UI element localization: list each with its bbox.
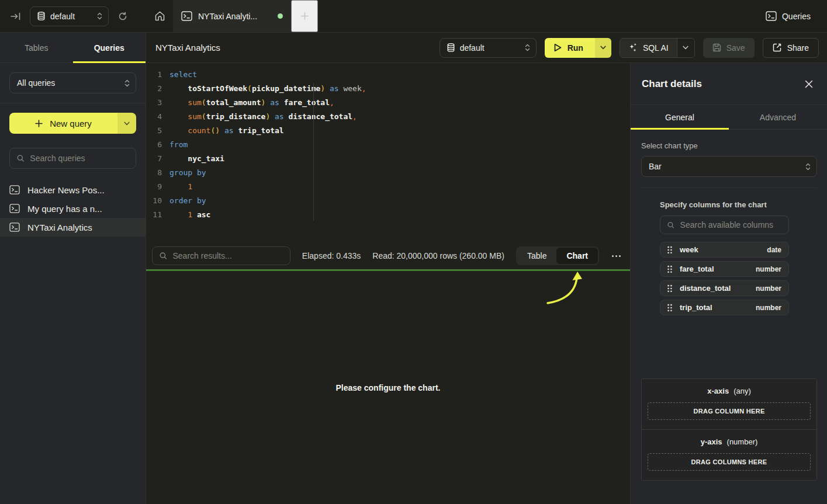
run-split-button: Run xyxy=(545,38,611,58)
save-label: Save xyxy=(726,43,745,53)
code-line: 9 1 xyxy=(146,180,630,194)
column-row[interactable]: distance_totalnumber xyxy=(660,280,789,296)
code-line: 1select xyxy=(146,68,630,82)
updown-chevron-icon xyxy=(124,79,130,87)
tab-general[interactable]: General xyxy=(631,105,729,129)
updown-chevron-icon xyxy=(97,12,102,20)
database-selector-value: default xyxy=(50,12,92,21)
query-search-input[interactable] xyxy=(30,154,129,163)
terminal-icon xyxy=(766,11,777,21)
database-selector[interactable]: default xyxy=(30,6,109,26)
query-list-item[interactable]: Hacker News Pos... xyxy=(0,180,146,199)
query-list-item[interactable]: NYTaxi Analytics xyxy=(0,218,146,237)
x-axis-label-row: x-axis (any) xyxy=(648,387,811,395)
chart-type-label: Select chart type xyxy=(641,141,817,150)
top-bar: default NYTaxi Analyti... Queri xyxy=(0,0,827,33)
share-button[interactable]: Share xyxy=(763,38,819,58)
refresh-button[interactable] xyxy=(118,12,127,21)
column-name: fare_total xyxy=(680,265,714,273)
column-type: number xyxy=(756,265,781,273)
code-line: 7 nyc_taxi xyxy=(146,152,630,166)
code-text: select xyxy=(169,68,197,82)
home-button[interactable] xyxy=(146,0,173,32)
run-options-button[interactable] xyxy=(595,38,611,58)
column-row[interactable]: weekdate xyxy=(660,242,789,258)
columns-group: Specify columns for the chart weekdatefa… xyxy=(660,200,789,315)
run-label: Run xyxy=(568,43,583,53)
view-toggle-table[interactable]: Table xyxy=(517,248,556,264)
tab-queries-label: Queries xyxy=(94,43,124,53)
y-axis-constraint: (number) xyxy=(727,437,758,446)
code-line: 3 sum(total_amount) as fare_total, xyxy=(146,96,630,110)
sql-editor[interactable]: 1select2 toStartOfWeek(pickup_datetime) … xyxy=(146,63,630,242)
new-query-options-button[interactable] xyxy=(117,113,136,134)
code-line: 4 sum(trip_distance) as distance_total, xyxy=(146,110,630,124)
sparkles-icon xyxy=(628,43,638,53)
run-button[interactable]: Run xyxy=(545,38,595,58)
tab-nytaxi-analytics[interactable]: NYTaxi Analyti... xyxy=(173,0,291,32)
sql-ai-options-button[interactable] xyxy=(677,39,694,57)
unsaved-changes-dot xyxy=(278,13,283,19)
drag-handle-icon xyxy=(667,265,673,273)
query-filter-select[interactable]: All queries xyxy=(9,72,136,93)
results-search-box xyxy=(152,246,290,265)
tab-queries[interactable]: Queries xyxy=(73,33,146,62)
sub-header: Tables Queries NYTaxi Analytics default … xyxy=(0,33,827,63)
save-button[interactable]: Save xyxy=(703,38,755,58)
drag-handle-icon xyxy=(667,284,673,293)
columns-search-box xyxy=(660,215,789,234)
queries-menu-label: Queries xyxy=(782,12,811,21)
new-query-button[interactable]: New query xyxy=(9,113,117,134)
drag-handle-icon xyxy=(667,304,673,312)
chart-details-panel: Chart details General Advanced Select ch… xyxy=(630,63,827,504)
y-axis-label: y-axis xyxy=(701,437,722,446)
database-icon xyxy=(447,43,455,52)
chart-type-select[interactable]: Bar xyxy=(641,156,817,177)
y-axis-drop-zone[interactable]: DRAG COLUMNS HERE xyxy=(648,453,811,471)
queries-sidebar: All queries New query Hacker News Po xyxy=(0,63,146,504)
x-axis-drop-zone[interactable]: DRAG COLUMN HERE xyxy=(648,402,811,420)
drag-handle-icon xyxy=(667,246,673,254)
query-item-label: Hacker News Pos... xyxy=(27,185,105,195)
column-type: number xyxy=(756,304,781,312)
new-tab-button[interactable] xyxy=(291,0,318,32)
share-label: Share xyxy=(787,43,809,53)
code-line: 11 1 asc xyxy=(146,208,630,222)
line-number: 7 xyxy=(146,152,169,166)
close-panel-button[interactable] xyxy=(805,80,813,88)
sql-ai-button[interactable]: SQL AI xyxy=(620,39,677,57)
queries-menu-button[interactable]: Queries xyxy=(766,11,811,21)
code-text: count() as trip_total xyxy=(169,124,284,138)
new-query-section: New query xyxy=(0,103,146,143)
sql-ai-label: SQL AI xyxy=(643,43,669,53)
plus-icon xyxy=(300,12,309,20)
tab-advanced[interactable]: Advanced xyxy=(729,105,827,129)
more-options-icon xyxy=(612,255,614,257)
tab-general-label: General xyxy=(665,113,694,122)
sidebar-tabs: Tables Queries xyxy=(0,33,146,62)
column-row[interactable]: trip_totalnumber xyxy=(660,300,789,315)
run-database-selector[interactable]: default xyxy=(440,38,537,58)
tab-tables[interactable]: Tables xyxy=(0,33,73,62)
x-axis-constraint: (any) xyxy=(733,387,751,395)
line-number: 10 xyxy=(146,194,169,208)
line-number: 5 xyxy=(146,124,169,138)
home-icon xyxy=(155,11,165,21)
code-text: 1 asc xyxy=(169,208,210,222)
search-icon xyxy=(160,252,167,260)
x-axis-label: x-axis xyxy=(707,387,729,395)
results-search-input[interactable] xyxy=(173,251,283,260)
code-line: 6from xyxy=(146,138,630,152)
close-icon xyxy=(805,80,813,88)
view-toggle-chart[interactable]: Chart xyxy=(556,248,598,264)
code-line: 10order by xyxy=(146,194,630,208)
collapse-sidebar-icon xyxy=(11,12,20,20)
query-list-item[interactable]: My query has a n... xyxy=(0,199,146,218)
more-options-button[interactable] xyxy=(611,252,622,260)
database-icon xyxy=(37,12,45,20)
column-row[interactable]: fare_totalnumber xyxy=(660,261,789,277)
query-item-label: NYTaxi Analytics xyxy=(27,223,92,232)
chart-empty-message: Please configure the chart. xyxy=(336,383,441,392)
collapse-sidebar-button[interactable] xyxy=(11,12,20,20)
columns-search-input[interactable] xyxy=(680,220,781,230)
